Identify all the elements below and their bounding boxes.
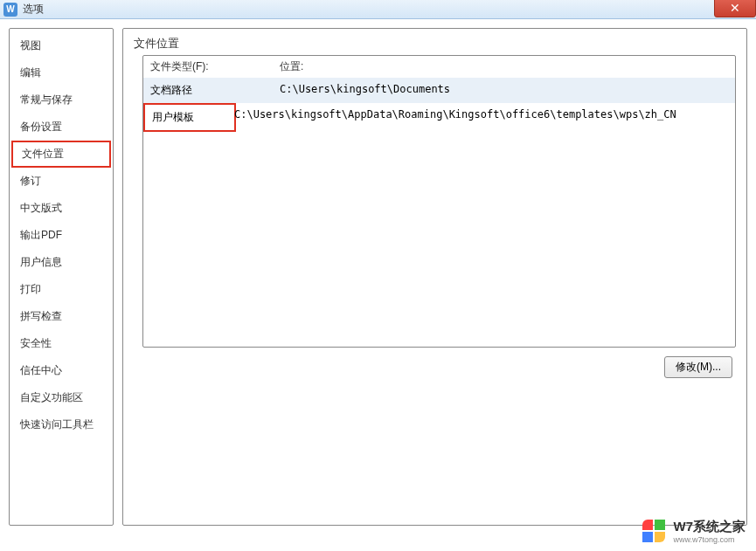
watermark-subtitle: www.w7tong.com (674, 535, 746, 544)
close-icon: ✕ (730, 1, 740, 15)
sidebar-item-12[interactable]: 信任中心 (10, 357, 113, 384)
header-location: 位置: (280, 59, 728, 74)
app-icon: W (3, 3, 17, 17)
sidebar-item-6[interactable]: 中文版式 (10, 195, 113, 222)
watermark-text-group: W7系统之家 www.w7tong.com (674, 519, 746, 544)
row-location: C:\Users\kingsoft\Documents (280, 83, 728, 98)
watermark-logo-icon (642, 520, 667, 544)
sidebar-item-0[interactable]: 视图 (10, 32, 113, 59)
header-filetype: 文件类型(F): (150, 59, 280, 74)
button-area: 修改(M)... (134, 356, 736, 378)
sidebar-item-11[interactable]: 安全性 (10, 330, 113, 357)
table-row[interactable]: 文档路径C:\Users\kingsoft\Documents (143, 78, 735, 103)
section-title: 文件位置 (134, 36, 736, 52)
sidebar-item-8[interactable]: 用户信息 (10, 249, 113, 276)
sidebar-item-14[interactable]: 快速访问工具栏 (10, 411, 113, 438)
row-filetype: 用户模板 (143, 103, 236, 132)
table-row[interactable]: 用户模板C:\Users\kingsoft\AppData\Roaming\Ki… (143, 103, 735, 132)
sidebar-item-13[interactable]: 自定义功能区 (10, 384, 113, 411)
file-location-table: 文件类型(F): 位置: 文档路径C:\Users\kingsoft\Docum… (142, 55, 736, 348)
title-bar: W 选项 ✕ (0, 0, 756, 19)
main-container: 视图编辑常规与保存备份设置文件位置修订中文版式输出PDF用户信息打印拼写检查安全… (0, 19, 756, 551)
window-title: 选项 (23, 2, 44, 17)
row-location: C:\Users\kingsoft\AppData\Roaming\Kingso… (234, 108, 728, 127)
sidebar-item-4[interactable]: 文件位置 (11, 141, 111, 168)
watermark-title: W7系统之家 (674, 519, 746, 535)
sidebar-item-3[interactable]: 备份设置 (10, 114, 113, 141)
sidebar-item-9[interactable]: 打印 (10, 276, 113, 303)
sidebar-item-10[interactable]: 拼写检查 (10, 303, 113, 330)
watermark: W7系统之家 www.w7tong.com (642, 519, 746, 544)
sidebar: 视图编辑常规与保存备份设置文件位置修订中文版式输出PDF用户信息打印拼写检查安全… (9, 28, 114, 526)
row-filetype: 文档路径 (150, 83, 280, 98)
table-header: 文件类型(F): 位置: (143, 56, 735, 78)
content-area: 文件位置 文件类型(F): 位置: 文档路径C:\Users\kingsoft\… (122, 28, 747, 526)
close-button[interactable]: ✕ (714, 0, 756, 17)
sidebar-item-5[interactable]: 修订 (10, 168, 113, 195)
sidebar-item-1[interactable]: 编辑 (10, 59, 113, 86)
sidebar-item-7[interactable]: 输出PDF (10, 222, 113, 249)
modify-button[interactable]: 修改(M)... (664, 356, 732, 378)
sidebar-item-2[interactable]: 常规与保存 (10, 86, 113, 114)
